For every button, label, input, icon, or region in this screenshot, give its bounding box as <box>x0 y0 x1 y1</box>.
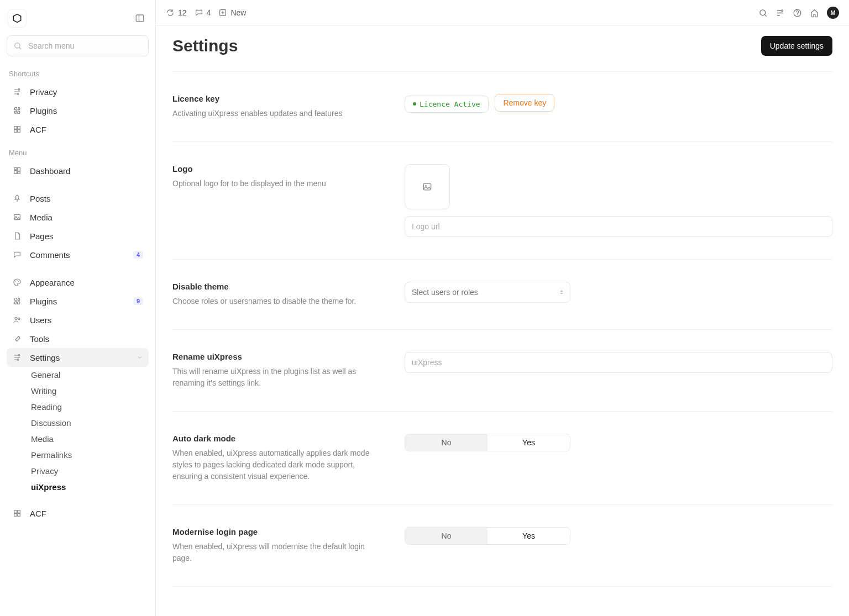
licence-status-text: Licence Active <box>420 100 480 108</box>
setting-desc: Choose roles or usersnames to disable th… <box>172 296 382 307</box>
svg-rect-24 <box>18 510 20 513</box>
svg-point-30 <box>782 9 783 11</box>
nav-label: Plugins <box>30 106 143 115</box>
menu-media[interactable]: Media <box>7 208 149 227</box>
menu-tools[interactable]: Tools <box>7 329 149 348</box>
app-logo[interactable] <box>8 9 27 28</box>
nav-label: Plugins <box>30 297 125 306</box>
toggle-yes[interactable]: Yes <box>488 528 570 544</box>
users-icon <box>12 315 22 325</box>
submenu-media[interactable]: Media <box>31 431 149 447</box>
status-dot-icon <box>413 102 416 106</box>
menu-appearance[interactable]: Appearance <box>7 273 149 292</box>
shortcut-acf[interactable]: ACF <box>7 120 149 139</box>
sliders-icon <box>12 352 22 362</box>
user-avatar[interactable]: M <box>827 7 839 19</box>
page-icon <box>12 231 22 241</box>
nav-label: Settings <box>30 353 129 362</box>
nav-label: Pages <box>30 231 143 241</box>
modernise-toggle: No Yes <box>405 527 570 545</box>
svg-rect-14 <box>14 214 20 219</box>
nav-label: Appearance <box>30 278 143 287</box>
toggle-yes[interactable]: Yes <box>488 434 570 451</box>
menu-posts[interactable]: Posts <box>7 189 149 208</box>
palette-icon <box>12 277 22 287</box>
toggle-no[interactable]: No <box>405 528 488 544</box>
setting-desc: When enabled, uiXpress automatically app… <box>172 447 382 482</box>
disable-theme-select[interactable] <box>405 282 570 303</box>
submenu-permalinks[interactable]: Permalinks <box>31 447 149 463</box>
nav-label: Comments <box>30 250 125 260</box>
submenu-uixpress[interactable]: uiXpress <box>31 479 149 495</box>
svg-rect-10 <box>14 168 17 170</box>
menu-dashboard[interactable]: Dashboard <box>7 161 149 180</box>
remove-key-button[interactable]: Remove key <box>495 94 554 112</box>
setting-title: Disable theme <box>172 282 382 291</box>
svg-rect-11 <box>18 168 20 171</box>
setting-title: Logo <box>172 164 382 173</box>
svg-rect-7 <box>18 127 20 129</box>
setting-disable-theme: Disable theme Choose roles or usersnames… <box>172 260 832 330</box>
chat-icon <box>12 250 22 260</box>
image-icon <box>12 212 22 222</box>
submenu-privacy[interactable]: Privacy <box>31 463 149 479</box>
topbar-updates[interactable]: 12 <box>166 8 187 17</box>
search-menu-input[interactable] <box>7 35 149 56</box>
plus-box-icon <box>218 8 227 17</box>
menu-acf[interactable]: ACF <box>7 504 149 523</box>
puzzle-icon <box>12 106 22 115</box>
menu-plugins[interactable]: Plugins 9 <box>7 292 149 310</box>
update-settings-button[interactable]: Update settings <box>761 36 832 56</box>
svg-rect-26 <box>18 514 20 517</box>
logo-upload-button[interactable] <box>405 164 450 209</box>
collapse-sidebar-button[interactable] <box>132 10 148 26</box>
svg-point-32 <box>797 14 798 15</box>
topbar-settings-button[interactable] <box>775 8 785 18</box>
logo-url-input[interactable] <box>405 216 832 237</box>
topbar-home-button[interactable] <box>810 8 819 18</box>
svg-rect-8 <box>14 130 17 133</box>
auto-dark-toggle: No Yes <box>405 434 570 451</box>
topbar-new[interactable]: New <box>218 8 246 17</box>
svg-line-3 <box>19 48 21 49</box>
sliders-icon <box>775 8 785 18</box>
menu-comments[interactable]: Comments 4 <box>7 245 149 264</box>
topbar-help-button[interactable] <box>793 8 802 18</box>
submenu-reading[interactable]: Reading <box>31 399 149 415</box>
settings-submenu: General Writing Reading Discussion Media… <box>7 367 149 495</box>
svg-rect-0 <box>136 15 144 22</box>
menu-pages[interactable]: Pages <box>7 227 149 245</box>
submenu-discussion[interactable]: Discussion <box>31 415 149 431</box>
svg-rect-25 <box>14 514 17 517</box>
setting-desc: This will rename uiXpress in the plugins… <box>172 366 382 389</box>
toggle-no[interactable]: No <box>405 434 488 451</box>
menu-settings[interactable]: Settings <box>7 348 149 367</box>
comments-count: 4 <box>207 8 211 17</box>
svg-point-18 <box>18 281 19 282</box>
svg-point-2 <box>15 43 20 48</box>
grid-icon <box>12 124 22 134</box>
shortcut-privacy[interactable]: Privacy <box>7 82 149 101</box>
chevron-down-icon <box>137 354 143 361</box>
menu-users[interactable]: Users <box>7 310 149 329</box>
shortcut-plugins[interactable]: Plugins <box>7 101 149 120</box>
menu-heading: Menu <box>7 144 149 161</box>
setting-desc: Activating uiXpress enables updates and … <box>172 108 382 119</box>
nav-label: ACF <box>30 125 143 134</box>
svg-point-5 <box>17 93 19 95</box>
topbar-search-button[interactable] <box>758 8 768 18</box>
topbar-comments[interactable]: 4 <box>195 8 211 17</box>
rename-input[interactable] <box>405 352 832 373</box>
nav-label: Privacy <box>30 87 143 97</box>
topbar: 12 4 New M <box>156 0 849 26</box>
wrench-icon <box>12 334 22 344</box>
panel-icon <box>135 13 145 23</box>
chat-icon <box>195 8 203 17</box>
licence-status-badge: Licence Active <box>405 96 489 113</box>
submenu-writing[interactable]: Writing <box>31 383 149 399</box>
cube-icon <box>12 13 23 24</box>
grid-icon <box>12 508 22 518</box>
submenu-general[interactable]: General <box>31 367 149 383</box>
nav-label: Tools <box>30 334 143 344</box>
puzzle-icon <box>12 296 22 306</box>
